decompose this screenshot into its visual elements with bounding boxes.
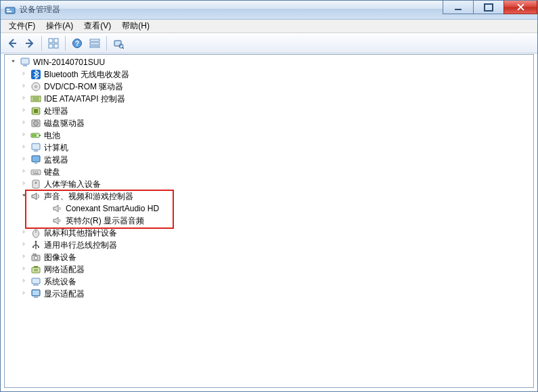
app-icon bbox=[5, 5, 16, 16]
expand-closed-icon[interactable] bbox=[21, 144, 29, 152]
tree-item-label: 网络适配器 bbox=[44, 264, 85, 276]
tree-item-label: 计算机 bbox=[44, 142, 68, 154]
disk-icon bbox=[30, 118, 41, 129]
tree-item[interactable]: 人体学输入设备 bbox=[7, 178, 533, 190]
expand-closed-icon[interactable] bbox=[21, 253, 29, 261]
hid-icon bbox=[30, 179, 41, 190]
monitor-icon bbox=[30, 154, 41, 165]
tree-root[interactable]: WIN-20140701SUU bbox=[7, 56, 533, 68]
toolbar-back-button[interactable] bbox=[4, 35, 20, 51]
toolbar-separator bbox=[41, 36, 42, 51]
tree-item[interactable]: 通用串行总线控制器 bbox=[7, 239, 533, 251]
tree-item-label: 图像设备 bbox=[44, 252, 76, 263]
device-tree-panel[interactable]: WIN-20140701SUU Bluetooth 无线电收发器 DVD/CD-… bbox=[4, 54, 534, 388]
expand-closed-icon[interactable] bbox=[21, 229, 29, 237]
help-icon: ? bbox=[72, 38, 83, 49]
svg-text:?: ? bbox=[75, 40, 79, 47]
toolbar-separator bbox=[65, 36, 66, 51]
computer-icon bbox=[30, 142, 41, 153]
no-expander bbox=[43, 204, 51, 213]
tree-item-label: 处理器 bbox=[44, 106, 68, 117]
svg-rect-6 bbox=[54, 44, 58, 48]
tree-item[interactable]: 键盘 bbox=[7, 166, 533, 178]
tree-item[interactable]: 图像设备 bbox=[7, 251, 533, 263]
tree-item[interactable]: 显示适配器 bbox=[7, 288, 533, 300]
list-icon bbox=[89, 38, 100, 49]
system-icon bbox=[30, 276, 41, 287]
tree-item-label: 键盘 bbox=[44, 167, 60, 178]
maximize-button[interactable] bbox=[473, 1, 504, 14]
toolbar-view-button[interactable] bbox=[87, 35, 103, 51]
tree-item[interactable]: 声音、视频和游戏控制器 bbox=[7, 190, 533, 202]
tree-item[interactable]: 网络适配器 bbox=[7, 263, 533, 276]
expand-closed-icon[interactable] bbox=[21, 107, 29, 115]
expand-closed-icon[interactable] bbox=[21, 156, 29, 164]
tree-item-label: 监视器 bbox=[44, 154, 68, 166]
minimize-button[interactable] bbox=[443, 1, 474, 14]
bluetooth-icon bbox=[30, 69, 41, 80]
tree-item[interactable]: 电池 bbox=[7, 129, 533, 141]
toolbar-separator bbox=[106, 36, 107, 51]
toolbar-show-hidden-button[interactable] bbox=[45, 35, 62, 51]
expand-closed-icon[interactable] bbox=[21, 241, 29, 249]
tree-child-item[interactable]: 英特尔(R) 显示器音频 bbox=[7, 215, 533, 227]
expand-closed-icon[interactable] bbox=[21, 290, 29, 298]
tree-item-label: 人体学输入设备 bbox=[44, 179, 101, 190]
tree-item[interactable]: 计算机 bbox=[7, 141, 533, 154]
expand-closed-icon[interactable] bbox=[21, 180, 29, 188]
svg-rect-1 bbox=[7, 9, 9, 10]
menu-help[interactable]: 帮助(H) bbox=[116, 19, 155, 33]
tree-child-label: 英特尔(R) 显示器音频 bbox=[66, 215, 144, 227]
toolbar-forward-button[interactable] bbox=[22, 35, 38, 51]
expand-closed-icon[interactable] bbox=[21, 168, 29, 176]
menu-action[interactable]: 操作(A) bbox=[41, 19, 79, 33]
tree-item[interactable]: 鼠标和其他指针设备 bbox=[7, 227, 533, 239]
svg-rect-0 bbox=[5, 7, 15, 14]
expand-closed-icon[interactable] bbox=[21, 265, 29, 274]
svg-rect-3 bbox=[49, 39, 53, 43]
expand-closed-icon[interactable] bbox=[21, 83, 29, 91]
ide-icon bbox=[30, 93, 41, 104]
close-button[interactable] bbox=[503, 1, 537, 14]
usb-icon bbox=[30, 240, 41, 251]
display-icon bbox=[30, 288, 41, 299]
no-expander bbox=[43, 217, 51, 225]
tree-item[interactable]: 监视器 bbox=[7, 154, 533, 166]
window-title: 设备管理器 bbox=[20, 4, 60, 16]
toolbar-scan-button[interactable] bbox=[110, 35, 127, 51]
tree-item-label: 系统设备 bbox=[44, 276, 76, 288]
speaker-icon bbox=[52, 215, 63, 226]
tree-item[interactable]: 系统设备 bbox=[7, 276, 533, 288]
tree-item-label: 磁盘驱动器 bbox=[44, 118, 85, 129]
keyboard-icon bbox=[30, 167, 41, 177]
expand-closed-icon[interactable] bbox=[21, 278, 29, 286]
toolbar-help-button[interactable]: ? bbox=[69, 35, 85, 51]
expand-closed-icon[interactable] bbox=[21, 70, 29, 79]
tree-item-label: 声音、视频和游戏控制器 bbox=[44, 191, 133, 202]
expand-closed-icon[interactable] bbox=[21, 131, 29, 139]
expand-closed-icon[interactable] bbox=[21, 119, 29, 127]
menubar: 文件(F) 操作(A) 查看(V) 帮助(H) bbox=[1, 20, 537, 33]
grid-icon bbox=[48, 38, 59, 49]
tree-item-label: Bluetooth 无线电收发器 bbox=[44, 69, 129, 81]
tree-child-item[interactable]: Conexant SmartAudio HD bbox=[7, 202, 533, 215]
menu-file[interactable]: 文件(F) bbox=[3, 19, 41, 33]
tree-item[interactable]: DVD/CD-ROM 驱动器 bbox=[7, 81, 533, 93]
window-controls bbox=[443, 1, 537, 14]
tree-item[interactable]: 磁盘驱动器 bbox=[7, 117, 533, 129]
tree-item[interactable]: 处理器 bbox=[7, 105, 533, 117]
expand-closed-icon[interactable] bbox=[21, 95, 29, 103]
expand-open-icon[interactable] bbox=[21, 192, 29, 200]
tree-item[interactable]: Bluetooth 无线电收发器 bbox=[7, 68, 533, 81]
svg-rect-2 bbox=[7, 11, 12, 12]
arrow-left-icon bbox=[7, 38, 18, 49]
tree-item-label: 鼠标和其他指针设备 bbox=[44, 227, 117, 239]
tree-item[interactable]: IDE ATA/ATAPI 控制器 bbox=[7, 93, 533, 105]
disc-icon bbox=[30, 81, 41, 92]
tree-item-label: IDE ATA/ATAPI 控制器 bbox=[44, 93, 125, 105]
expand-open-icon[interactable] bbox=[10, 58, 18, 66]
tree-item-label: DVD/CD-ROM 驱动器 bbox=[44, 81, 123, 93]
menu-view[interactable]: 查看(V) bbox=[79, 19, 116, 33]
camera-icon bbox=[30, 252, 41, 263]
cpu-icon bbox=[30, 106, 41, 116]
